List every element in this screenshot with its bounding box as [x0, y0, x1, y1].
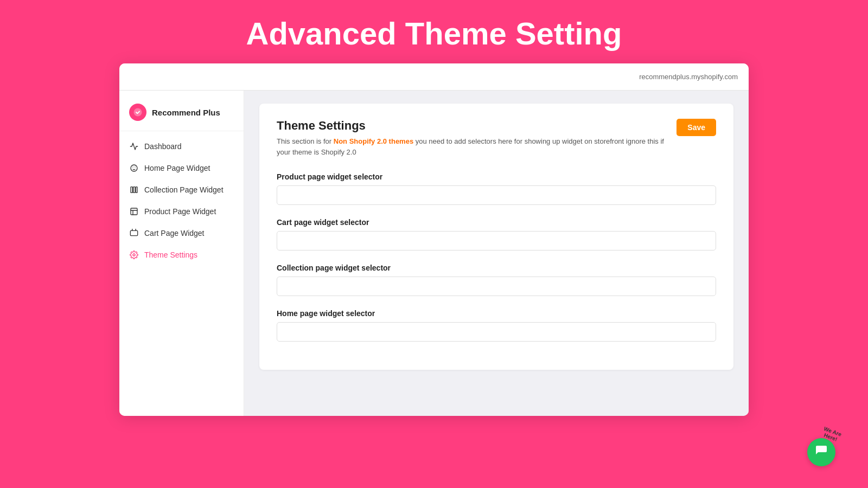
main-content: Theme Settings This section is for Non S… [244, 91, 749, 416]
brand-logo [129, 104, 146, 121]
product-page-selector-input[interactable] [277, 185, 716, 205]
sidebar-item-label-collection: Collection Page Widget [144, 185, 224, 194]
chat-icon [815, 445, 828, 460]
chat-badge: We AreHere! [817, 424, 847, 445]
cart-icon [129, 228, 139, 238]
cart-page-selector-label: Cart page widget selector [277, 218, 716, 227]
product-page-selector-group: Product page widget selector [277, 172, 716, 205]
svg-point-0 [134, 108, 142, 117]
collection-page-selector-label: Collection page widget selector [277, 264, 716, 272]
brand-icon [133, 107, 143, 117]
home-page-selector-label: Home page widget selector [277, 309, 716, 318]
sidebar-item-product-page-widget[interactable]: Product Page Widget [119, 201, 244, 222]
activity-icon [129, 142, 139, 151]
home-page-selector-group: Home page widget selector [277, 309, 716, 342]
app-window: recommendplus.myshopify.com Recommend Pl… [119, 63, 749, 416]
brand-name: Recommend Plus [152, 108, 220, 117]
collection-icon [129, 185, 139, 195]
content-card: Theme Settings This section is for Non S… [259, 104, 733, 370]
save-button[interactable]: Save [676, 119, 716, 136]
sidebar: Recommend Plus Dashboard [119, 91, 244, 416]
sidebar-item-label-dashboard: Dashboard [144, 142, 182, 151]
card-description-highlight: Non Shopify 2.0 themes [334, 137, 413, 145]
store-url: recommendplus.myshopify.com [639, 73, 738, 81]
cart-page-selector-group: Cart page widget selector [277, 218, 716, 251]
sidebar-item-label-theme-settings: Theme Settings [144, 251, 197, 259]
card-header: Theme Settings This section is for Non S… [277, 119, 716, 157]
sidebar-item-label-cart: Cart Page Widget [144, 229, 205, 237]
product-icon [129, 207, 139, 216]
svg-rect-2 [131, 187, 132, 193]
sidebar-item-label-product: Product Page Widget [144, 207, 216, 216]
cart-page-selector-input[interactable] [277, 231, 716, 251]
collection-page-selector-group: Collection page widget selector [277, 264, 716, 296]
card-description-prefix: This section is for [277, 137, 334, 145]
sidebar-item-dashboard[interactable]: Dashboard [119, 136, 244, 157]
svg-rect-4 [136, 187, 137, 193]
svg-point-1 [131, 165, 137, 171]
product-page-selector-label: Product page widget selector [277, 172, 716, 181]
card-header-left: Theme Settings This section is for Non S… [277, 119, 676, 157]
svg-rect-6 [130, 230, 137, 235]
page-title-banner: Advanced Theme Setting [0, 0, 868, 63]
sidebar-item-label-home: Home Page Widget [144, 164, 210, 172]
collection-page-selector-input[interactable] [277, 277, 716, 296]
chat-bubble[interactable]: We AreHere! [807, 438, 835, 466]
app-body: Recommend Plus Dashboard [119, 91, 749, 416]
home-page-selector-input[interactable] [277, 322, 716, 342]
sidebar-item-theme-settings[interactable]: Theme Settings [119, 244, 244, 266]
svg-rect-5 [131, 208, 137, 215]
card-description: This section is for Non Shopify 2.0 them… [277, 136, 676, 157]
settings-icon [129, 250, 139, 260]
svg-point-7 [133, 254, 135, 256]
card-title: Theme Settings [277, 119, 676, 133]
sidebar-item-collection-page-widget[interactable]: Collection Page Widget [119, 179, 244, 201]
sidebar-item-cart-page-widget[interactable]: Cart Page Widget [119, 222, 244, 244]
sidebar-brand: Recommend Plus [119, 96, 244, 131]
sidebar-item-home-page-widget[interactable]: Home Page Widget [119, 157, 244, 179]
page-title: Advanced Theme Setting [0, 15, 868, 52]
svg-rect-3 [133, 187, 135, 193]
home-icon [129, 163, 139, 173]
app-topbar: recommendplus.myshopify.com [119, 63, 749, 91]
